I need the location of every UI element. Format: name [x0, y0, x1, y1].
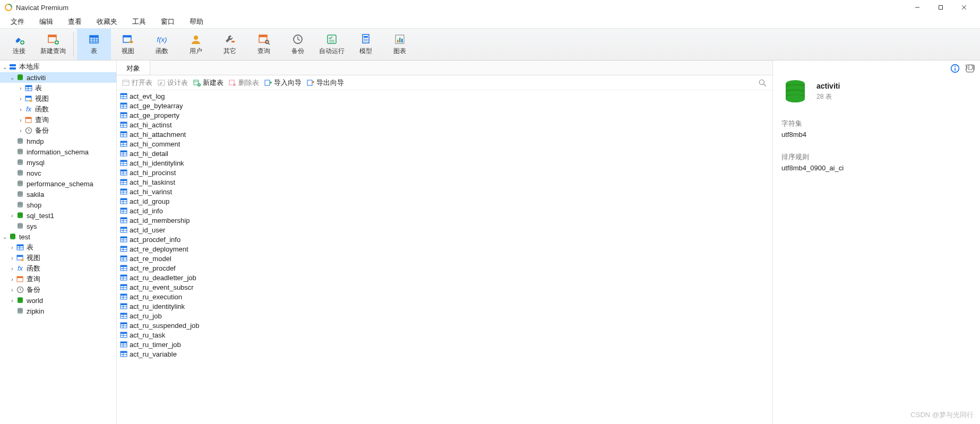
- tree-item[interactable]: ›fx函数: [0, 104, 116, 115]
- tree-item[interactable]: ›fx函数: [0, 263, 116, 274]
- toolbar-view-button[interactable]: 视图: [111, 29, 145, 60]
- tree-item[interactable]: sys: [0, 221, 116, 231]
- delete-table-button[interactable]: 删除表: [229, 78, 259, 88]
- tree-item[interactable]: ›视图: [0, 93, 116, 104]
- maximize-button[interactable]: [929, 0, 952, 15]
- tree-item[interactable]: shop: [0, 200, 116, 210]
- table-row[interactable]: act_hi_taskinst: [117, 177, 772, 187]
- twisty-icon[interactable]: ›: [17, 95, 24, 102]
- menu-1[interactable]: 编辑: [32, 15, 61, 28]
- open-table-button[interactable]: 打开表: [122, 78, 152, 88]
- table-row[interactable]: act_ge_bytearray: [117, 101, 772, 110]
- menu-2[interactable]: 查看: [61, 15, 89, 28]
- menu-0[interactable]: 文件: [3, 15, 32, 28]
- tree-item[interactable]: zipkin: [0, 306, 116, 316]
- table-row[interactable]: act_hi_procinst: [117, 168, 772, 177]
- twisty-icon[interactable]: ›: [17, 84, 24, 92]
- tree-item[interactable]: ›sql_test1: [0, 210, 116, 221]
- menu-6[interactable]: 帮助: [182, 15, 211, 28]
- twisty-icon[interactable]: ⌄: [1, 63, 8, 71]
- table-row[interactable]: act_ru_deadletter_job: [117, 273, 772, 282]
- toolbar-user-button[interactable]: 用户: [179, 29, 213, 60]
- tree-item[interactable]: mysql: [0, 157, 116, 168]
- tree-item[interactable]: information_schema: [0, 146, 116, 157]
- table-row[interactable]: act_procdef_info: [117, 235, 772, 244]
- search-button[interactable]: [758, 78, 767, 88]
- table-row[interactable]: act_hi_comment: [117, 139, 772, 149]
- tree-item[interactable]: ›查询: [0, 274, 116, 284]
- table-row[interactable]: act_hi_detail: [117, 149, 772, 158]
- tree-item[interactable]: ›备份: [0, 125, 116, 136]
- menu-5[interactable]: 窗口: [153, 15, 182, 28]
- twisty-icon[interactable]: ›: [8, 212, 16, 219]
- twisty-icon[interactable]: [8, 148, 16, 155]
- import-wizard-button[interactable]: 导入向导: [264, 78, 302, 88]
- ddl-icon[interactable]: DDL: [965, 64, 975, 73]
- twisty-icon[interactable]: [8, 201, 16, 209]
- tree-item[interactable]: hmdp: [0, 136, 116, 146]
- tree-item[interactable]: performance_schema: [0, 178, 116, 189]
- table-row[interactable]: act_ru_event_subscr: [117, 282, 772, 292]
- toolbar-backup-button[interactable]: 备份: [281, 29, 315, 60]
- connection-tree[interactable]: ⌄本地库⌄activiti›表›视图›fx函数›查询›备份hmdpinforma…: [0, 60, 117, 424]
- tree-item[interactable]: ›world: [0, 295, 116, 306]
- table-row[interactable]: act_ru_identitylink: [117, 301, 772, 311]
- tree-item[interactable]: ⌄activiti: [0, 72, 116, 83]
- tree-item[interactable]: ›表: [0, 242, 116, 253]
- table-row[interactable]: act_ru_timer_job: [117, 340, 772, 349]
- toolbar-query-button[interactable]: 查询: [247, 29, 281, 60]
- table-row[interactable]: act_hi_identitylink: [117, 158, 772, 168]
- twisty-icon[interactable]: [8, 222, 16, 230]
- menu-4[interactable]: 工具: [125, 15, 153, 28]
- table-row[interactable]: act_ru_suspended_job: [117, 321, 772, 330]
- twisty-icon[interactable]: ›: [8, 254, 16, 262]
- twisty-icon[interactable]: ›: [8, 297, 16, 304]
- design-table-button[interactable]: 设计表: [158, 78, 188, 88]
- toolbar-table-button[interactable]: 表: [77, 29, 111, 60]
- twisty-icon[interactable]: [8, 159, 16, 166]
- table-row[interactable]: act_hi_varinst: [117, 187, 772, 196]
- twisty-icon[interactable]: ⌄: [8, 74, 16, 81]
- table-row[interactable]: act_id_info: [117, 206, 772, 215]
- info-icon[interactable]: [950, 64, 960, 73]
- table-row[interactable]: act_id_user: [117, 225, 772, 235]
- tree-item[interactable]: ⌄本地库: [0, 62, 116, 72]
- table-row[interactable]: act_re_deployment: [117, 244, 772, 254]
- tab-objects[interactable]: 对象: [117, 60, 150, 75]
- close-button[interactable]: [952, 0, 976, 15]
- table-row[interactable]: act_hi_attachment: [117, 129, 772, 139]
- toolbar-connect-button[interactable]: 连接: [2, 29, 36, 60]
- table-row[interactable]: act_ru_job: [117, 311, 772, 321]
- toolbar-other-button[interactable]: 其它: [213, 29, 247, 60]
- twisty-icon[interactable]: ›: [8, 265, 16, 272]
- minimize-button[interactable]: [906, 0, 929, 15]
- twisty-icon[interactable]: [8, 307, 16, 315]
- menu-3[interactable]: 收藏夹: [89, 15, 125, 28]
- twisty-icon[interactable]: [8, 169, 16, 177]
- toolbar-model-button[interactable]: 模型: [349, 29, 383, 60]
- export-wizard-button[interactable]: 导出向导: [307, 78, 344, 88]
- toolbar-autorun-button[interactable]: 自动运行: [315, 29, 349, 60]
- table-row[interactable]: act_ru_execution: [117, 292, 772, 301]
- twisty-icon[interactable]: ⌄: [1, 233, 8, 240]
- table-row[interactable]: act_hi_actinst: [117, 120, 772, 129]
- table-row[interactable]: act_re_procdef: [117, 263, 772, 273]
- table-row[interactable]: act_id_membership: [117, 215, 772, 225]
- twisty-icon[interactable]: ›: [17, 116, 24, 124]
- tree-item[interactable]: ⌄test: [0, 231, 116, 242]
- tree-item[interactable]: sakila: [0, 189, 116, 200]
- toolbar-function-button[interactable]: f(x)函数: [145, 29, 179, 60]
- tree-item[interactable]: ›备份: [0, 284, 116, 295]
- twisty-icon[interactable]: [8, 191, 16, 198]
- table-list[interactable]: act_evt_logact_ge_bytearrayact_ge_proper…: [117, 90, 772, 424]
- tree-item[interactable]: ›视图: [0, 253, 116, 263]
- tree-item[interactable]: ›查询: [0, 115, 116, 125]
- table-row[interactable]: act_ge_property: [117, 110, 772, 120]
- table-row[interactable]: act_evt_log: [117, 91, 772, 101]
- tree-item[interactable]: ›表: [0, 83, 116, 93]
- twisty-icon[interactable]: [8, 137, 16, 145]
- toolbar-chart-button[interactable]: 图表: [383, 29, 417, 60]
- twisty-icon[interactable]: ›: [8, 244, 16, 251]
- table-row[interactable]: act_ru_variable: [117, 349, 772, 359]
- toolbar-newquery-button[interactable]: 新建查询: [36, 29, 70, 60]
